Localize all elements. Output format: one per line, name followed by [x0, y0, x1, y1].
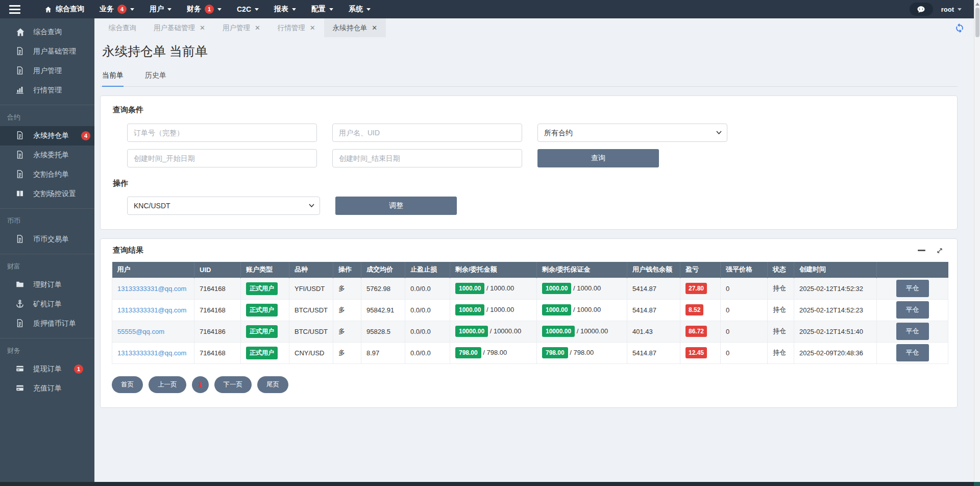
- tab-dashboard[interactable]: 综合查询: [100, 18, 145, 37]
- subtab-current[interactable]: 当前单: [102, 71, 124, 87]
- tab-user-base[interactable]: 用户基础管理 ✕: [145, 18, 214, 37]
- close-position-button[interactable]: 平仓: [896, 344, 929, 361]
- end-date-input[interactable]: [332, 149, 522, 167]
- close-position-button[interactable]: 平仓: [896, 323, 929, 340]
- cell-wallet: 401.43: [627, 321, 680, 342]
- navbar-menu: 综合查询 业务 4 用户 财务 1 C2C 报表 配置 系统: [37, 0, 378, 18]
- amount-remain-badge: 10000.00: [455, 326, 488, 337]
- pnl-badge: 86.72: [685, 326, 707, 337]
- nav-item-c2c[interactable]: C2C: [229, 0, 266, 18]
- user-email-link[interactable]: 13133333331@qq.com: [117, 285, 186, 293]
- cell-wallet: 5414.87: [627, 342, 680, 363]
- close-icon[interactable]: ✕: [200, 24, 205, 32]
- vertical-scrollbar[interactable]: [974, 0, 980, 482]
- user-email-link[interactable]: 13133333331@qq.com: [117, 306, 186, 314]
- nav-item-users[interactable]: 用户: [142, 0, 179, 18]
- sidebar-item-pledge-orders[interactable]: 质押借币订单: [0, 314, 94, 333]
- cell-symbol: CNY/USD: [289, 342, 333, 363]
- next-page-button[interactable]: 下一页: [214, 376, 252, 393]
- current-page-button[interactable]: 1: [192, 376, 209, 393]
- anchor-icon: [15, 299, 26, 309]
- start-date-input[interactable]: [127, 149, 317, 167]
- chevron-down-icon: [217, 8, 222, 11]
- scroll-up-arrow-icon[interactable]: [975, 3, 979, 6]
- chat-button[interactable]: [910, 3, 933, 16]
- search-button[interactable]: 查询: [537, 149, 659, 167]
- tab-user-manage[interactable]: 用户管理 ✕: [214, 18, 269, 37]
- close-position-button[interactable]: 平仓: [896, 301, 929, 319]
- first-page-button[interactable]: 首页: [112, 376, 143, 393]
- tab-market[interactable]: 行情管理 ✕: [269, 18, 324, 37]
- cell-margin: 10000.00 / 10000.00: [537, 321, 627, 342]
- cell-created: 2025-02-12T14:51:40: [794, 321, 877, 342]
- close-position-button[interactable]: 平仓: [896, 280, 929, 297]
- collapse-icon[interactable]: [918, 250, 925, 251]
- pnl-badge: 12.45: [685, 347, 707, 358]
- scrollbar-thumb[interactable]: [975, 8, 979, 37]
- chat-bubble-icon: [917, 5, 925, 14]
- amount-remain-badge: 1000.00: [455, 304, 484, 315]
- adjust-button[interactable]: 调整: [335, 197, 457, 215]
- sidebar-item-dashboard[interactable]: 综合查询: [0, 22, 94, 42]
- pagination: 首页 上一页 1 下一页 尾页: [112, 376, 957, 393]
- sidebar-section-wealth: 财富: [0, 254, 94, 275]
- contract-select[interactable]: 所有合约: [537, 124, 727, 142]
- table-row: 55555@qq.com 7164186 正式用户 BTC/USDT 多 958…: [112, 321, 948, 342]
- nav-item-reports[interactable]: 报表: [266, 0, 304, 18]
- cell-liq-price: 0: [721, 299, 768, 321]
- cell-wallet: 5414.87: [627, 278, 680, 299]
- sidebar-item-wealth-orders[interactable]: 理财订单: [0, 275, 94, 295]
- cell-amount: 1000.00 / 1000.00: [450, 278, 537, 299]
- sidebar-item-user-base[interactable]: 用户基础管理: [0, 42, 94, 61]
- hamburger-menu-icon[interactable]: [0, 0, 30, 18]
- nav-item-finance[interactable]: 财务 1: [179, 0, 229, 18]
- nav-item-dashboard[interactable]: 综合查询: [37, 0, 92, 18]
- expand-icon[interactable]: [936, 247, 944, 255]
- sidebar-item-spot-trades[interactable]: 币币交易单: [0, 230, 94, 249]
- margin-remain-badge: 1000.00: [542, 283, 571, 294]
- tab-perpetual-positions[interactable]: 永续持仓单 ✕: [324, 18, 386, 37]
- username-uid-input[interactable]: [332, 124, 522, 142]
- user-email-link[interactable]: 55555@qq.com: [117, 328, 164, 335]
- cell-created: 2025-02-12T14:52:32: [794, 278, 877, 299]
- prev-page-button[interactable]: 上一页: [149, 376, 186, 393]
- cell-status: 持仓: [768, 321, 794, 342]
- nav-item-business[interactable]: 业务 4: [92, 0, 142, 18]
- cell-symbol: BTC/USDT: [289, 321, 333, 342]
- order-number-input[interactable]: [127, 124, 317, 142]
- sidebar-item-market[interactable]: 行情管理: [0, 81, 94, 100]
- cell-avg-price: 95828.5: [361, 321, 405, 342]
- sidebar-item-user-manage[interactable]: 用户管理: [0, 61, 94, 81]
- sidebar-item-deposit-orders[interactable]: 充值订单: [0, 379, 94, 398]
- nav-item-system[interactable]: 系统: [341, 0, 378, 18]
- cell-side: 多: [333, 342, 361, 363]
- sidebar-item-perpetual-positions[interactable]: 永续持仓单 4: [0, 126, 94, 145]
- cell-account-type: 正式用户: [241, 321, 289, 342]
- subtab-history[interactable]: 历史单: [145, 71, 166, 86]
- sidebar-item-delivery-contracts[interactable]: 交割合约单: [0, 165, 94, 184]
- column-header-user: 用户: [112, 262, 194, 278]
- cell-user: 13133333331@qq.com: [112, 278, 194, 299]
- user-menu[interactable]: root: [941, 6, 962, 13]
- pair-select[interactable]: KNC/USDT: [127, 197, 320, 215]
- sidebar-item-perpetual-orders[interactable]: 永续委托单: [0, 145, 94, 165]
- chevron-down-icon: [130, 8, 134, 11]
- sidebar-item-miner-orders[interactable]: 矿机订单: [0, 295, 94, 314]
- cell-action: 平仓: [877, 321, 948, 342]
- close-icon[interactable]: ✕: [372, 24, 377, 32]
- credit-card-icon: [15, 383, 26, 394]
- navbar-right: root: [910, 3, 962, 16]
- close-icon[interactable]: ✕: [255, 24, 260, 32]
- user-email-link[interactable]: 13133333331@qq.com: [117, 349, 186, 357]
- close-icon[interactable]: ✕: [310, 24, 315, 32]
- document-icon: [15, 66, 26, 76]
- nav-item-config[interactable]: 配置: [304, 0, 341, 18]
- scrollbar-corner: [974, 482, 980, 486]
- cell-status: 持仓: [768, 342, 794, 363]
- chevron-down-icon: [366, 8, 371, 11]
- sidebar-section-finance: 财务: [0, 338, 94, 359]
- last-page-button[interactable]: 尾页: [257, 376, 288, 393]
- refresh-button[interactable]: [954, 23, 965, 33]
- sidebar-item-market-control[interactable]: 交割场控设置: [0, 184, 94, 204]
- sidebar-item-withdraw-orders[interactable]: 提现订单 1: [0, 359, 94, 379]
